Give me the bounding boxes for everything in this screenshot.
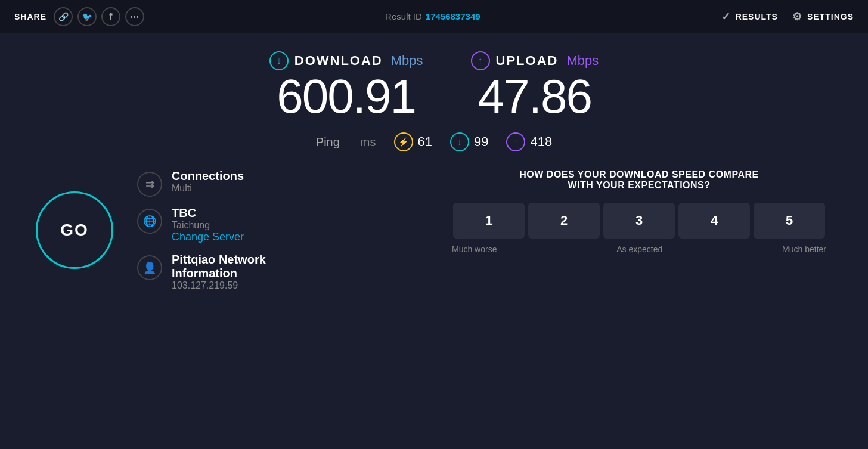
twitter-icon[interactable]: 🐦 (78, 7, 97, 26)
ping-row: Ping ms ⚡ 61 ↓ 99 ↑ 418 (316, 132, 552, 151)
connections-value: Multi (172, 183, 244, 194)
change-server-link[interactable]: Change Server (172, 231, 244, 243)
main-content: ↓ DOWNLOAD Mbps 600.91 ↑ UPLOAD Mbps 47.… (0, 33, 868, 291)
download-label: DOWNLOAD (294, 53, 383, 69)
rating-button-1[interactable]: 1 (453, 203, 525, 239)
results-icon: ✓ (721, 10, 731, 23)
settings-icon: ⚙ (792, 10, 802, 23)
network-row: 👤 Pittqiao Network Information 103.127.2… (137, 253, 266, 291)
settings-button[interactable]: ⚙ SETTINGS (792, 10, 854, 23)
results-button[interactable]: ✓ RESULTS (721, 10, 778, 23)
rating-button-3[interactable]: 3 (603, 203, 675, 239)
header-center: Result ID 17456837349 (385, 11, 480, 21)
more-icon[interactable]: ••• (125, 7, 144, 26)
upload-block: ↑ UPLOAD Mbps 47.86 (471, 51, 599, 120)
network-text: Pittqiao Network Information 103.127.219… (172, 253, 266, 291)
results-label: RESULTS (736, 12, 778, 21)
ping-gold-item: ⚡ 61 (394, 132, 432, 151)
question-line2: WITH YOUR EXPECTATIONS? (519, 180, 758, 191)
ping-teal-icon: ↓ (450, 132, 469, 151)
rating-row: 1 2 3 4 5 (453, 203, 825, 239)
download-title: ↓ DOWNLOAD Mbps (269, 51, 423, 70)
result-label: Result ID (385, 11, 422, 21)
upload-title: ↑ UPLOAD Mbps (471, 51, 599, 70)
go-button[interactable]: GO (36, 191, 113, 269)
network-sub: Information (172, 267, 266, 280)
header-right: ✓ RESULTS ⚙ SETTINGS (721, 10, 854, 23)
ping-unit: ms (360, 135, 376, 149)
server-name: TBC (172, 206, 244, 220)
server-location: Taichung (172, 220, 244, 231)
upload-label: UPLOAD (496, 53, 559, 69)
rating-button-2[interactable]: 2 (528, 203, 600, 239)
ping-gold-value: 61 (418, 134, 432, 150)
network-person-icon: 👤 (137, 255, 162, 280)
ping-purple-value: 418 (530, 134, 552, 150)
ping-gold-icon: ⚡ (394, 132, 413, 151)
facebook-icon[interactable]: f (101, 7, 120, 26)
server-row: 🌐 TBC Taichung Change Server (137, 206, 266, 243)
bottom-section: GO ⇉ Connections Multi 🌐 TBC Taichung (0, 169, 868, 291)
result-id[interactable]: 17456837349 (426, 11, 480, 21)
ping-label: Ping (316, 135, 340, 149)
download-icon: ↓ (269, 51, 289, 70)
speed-row: ↓ DOWNLOAD Mbps 600.91 ↑ UPLOAD Mbps 47.… (269, 51, 599, 120)
server-text: TBC Taichung Change Server (172, 206, 244, 243)
download-block: ↓ DOWNLOAD Mbps 600.91 (269, 51, 423, 120)
upload-unit: Mbps (566, 53, 599, 69)
social-icons: 🔗 🐦 f ••• (54, 7, 144, 26)
upload-icon: ↑ (471, 51, 490, 70)
expectation-question: HOW DOES YOUR DOWNLOAD SPEED COMPARE WIT… (519, 169, 758, 191)
ping-purple-item: ↑ 418 (506, 132, 552, 151)
right-panel: HOW DOES YOUR DOWNLOAD SPEED COMPARE WIT… (446, 169, 832, 291)
share-label: SHARE (14, 12, 46, 21)
link-icon[interactable]: 🔗 (54, 7, 73, 26)
rating-button-4[interactable]: 4 (678, 203, 750, 239)
ping-teal-item: ↓ 99 (450, 132, 488, 151)
question-line1: HOW DOES YOUR DOWNLOAD SPEED COMPARE (519, 169, 758, 180)
connections-icon: ⇉ (137, 172, 162, 197)
rating-label-center: As expected (616, 244, 662, 254)
ping-purple-icon: ↑ (506, 132, 525, 151)
connections-text: Connections Multi (172, 169, 244, 194)
download-value: 600.91 (269, 73, 423, 120)
connections-label: Connections (172, 169, 244, 183)
connections-row: ⇉ Connections Multi (137, 169, 266, 197)
go-button-label: GO (60, 221, 89, 240)
header: SHARE 🔗 🐦 f ••• Result ID 17456837349 ✓ … (0, 0, 868, 33)
rating-label-left: Much worse (452, 244, 497, 254)
rating-labels: Much worse As expected Much better (446, 244, 832, 254)
rating-label-right: Much better (782, 244, 826, 254)
ping-teal-value: 99 (474, 134, 488, 150)
download-unit: Mbps (391, 53, 423, 69)
header-left: SHARE 🔗 🐦 f ••• (14, 7, 144, 26)
network-ip: 103.127.219.59 (172, 280, 266, 291)
settings-label: SETTINGS (807, 12, 854, 21)
network-name: Pittqiao Network (172, 253, 266, 267)
left-panel: GO ⇉ Connections Multi 🌐 TBC Taichung (36, 169, 422, 291)
server-globe-icon: 🌐 (137, 209, 162, 234)
server-info: ⇉ Connections Multi 🌐 TBC Taichung Chang… (137, 169, 266, 291)
upload-value: 47.86 (471, 73, 599, 120)
rating-button-5[interactable]: 5 (754, 203, 825, 239)
